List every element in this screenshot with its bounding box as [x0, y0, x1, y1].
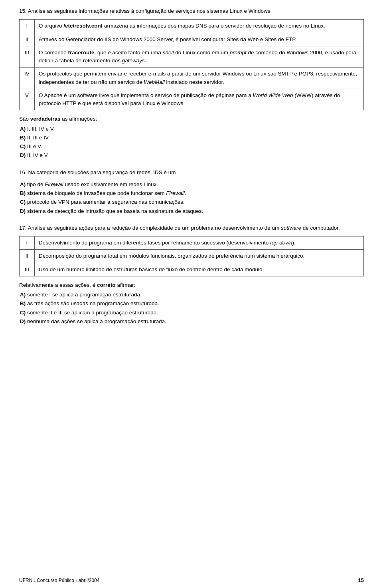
question-15: 15. Analise as seguintes informações rel…: [19, 7, 364, 160]
question-17: 17. Analise as seguintes ações para a re…: [19, 224, 364, 326]
row-content: O arquivo /etc/resolv.conf armazena as i…: [35, 20, 364, 33]
italic-text: top-down: [270, 240, 292, 246]
table-row: III O comando traceroute, que é aceito t…: [20, 46, 364, 68]
q15-option-b: B) II, III e IV.: [20, 134, 364, 142]
italic-text: gateways: [122, 58, 145, 64]
q17-option-a: A) somente I se aplica à programação est…: [20, 291, 364, 299]
q15-option-c: C) III e V.: [20, 143, 364, 151]
page-footer: UFRN › Concurso Público › abril/2004 15: [0, 575, 383, 583]
q17-header: 17. Analise as seguintes ações para a re…: [19, 224, 364, 232]
italic-text: World Wide Web: [253, 92, 293, 98]
row-content: Desenvolvimento do programa em diferente…: [35, 236, 364, 250]
q16-option-c: C) protocolo de VPN para aumentar a segu…: [20, 198, 364, 206]
roman-numeral: I: [20, 236, 35, 250]
table-row: I Desenvolvimento do programa em diferen…: [20, 236, 364, 250]
table-row: II Decomposição do programa total em mód…: [20, 250, 364, 263]
roman-numeral: I: [20, 20, 35, 33]
italic-text: shell: [163, 50, 174, 56]
table-row: I O arquivo /etc/resolv.conf armazena as…: [20, 20, 364, 33]
row-content: Uso de um número limitado de estruturas …: [35, 263, 364, 276]
table-row: IV Os protocolos que permitem enviar e r…: [20, 68, 364, 89]
roman-numeral: IV: [20, 68, 35, 89]
table-row: III Uso de um número limitado de estrutu…: [20, 263, 364, 276]
q16-option-a: A) tipo de Firewall usado exclusivamente…: [20, 181, 364, 189]
row-content: O comando traceroute, que é aceito tanto…: [35, 46, 364, 68]
italic-text: prompt: [230, 50, 247, 56]
table-row: V O Apache é um software livre que imple…: [20, 89, 364, 110]
row-content: O Apache é um software livre que impleme…: [35, 89, 364, 110]
q17-option-d: D) nenhuma das ações se aplica à program…: [20, 318, 364, 326]
code-text: /etc/resolv.conf: [63, 23, 103, 29]
q16-header: 16. Na categoria de soluções para segura…: [19, 169, 364, 177]
q15-statement: São verdadeiras as afirmações:: [19, 115, 364, 123]
q16-option-b: B) sistema de bloqueio de invasões que p…: [20, 189, 364, 197]
q15-option-d: D) II, IV e V.: [20, 151, 364, 159]
italic-text: WebMail: [144, 79, 164, 85]
roman-numeral: V: [20, 89, 35, 110]
q17-option-b: B) as três ações são usadas na programaç…: [20, 300, 364, 308]
roman-numeral: II: [20, 33, 35, 46]
page-number: 15: [358, 577, 364, 583]
row-content: Através do Gerenciador do IIS do Windows…: [35, 33, 364, 46]
roman-numeral: III: [20, 46, 35, 68]
q16-option-d: D) sistema de detecção de intrusão que s…: [20, 207, 364, 215]
q17-table: I Desenvolvimento do programa em diferen…: [19, 236, 364, 276]
footer-breadcrumb: UFRN › Concurso Público › abril/2004: [19, 578, 99, 583]
q17-statement: Relativamente a essas ações, é correto a…: [19, 281, 364, 289]
bold-text: traceroute: [68, 50, 95, 56]
row-content: Os protocolos que permitem enviar e rece…: [35, 68, 364, 89]
table-row: II Através do Gerenciador do IIS do Wind…: [20, 33, 364, 46]
question-16: 16. Na categoria de soluções para segura…: [19, 169, 364, 215]
q17-option-c: C) somente II e III se aplicam à program…: [20, 309, 364, 317]
roman-numeral: III: [20, 263, 35, 276]
q15-table: I O arquivo /etc/resolv.conf armazena as…: [19, 19, 364, 110]
q15-header: 15. Analise as seguintes informações rel…: [19, 7, 364, 15]
q15-option-a: A) I, III, IV e V.: [20, 125, 364, 133]
roman-numeral: II: [20, 250, 35, 263]
row-content: Decomposição do programa total em módulo…: [35, 250, 364, 263]
